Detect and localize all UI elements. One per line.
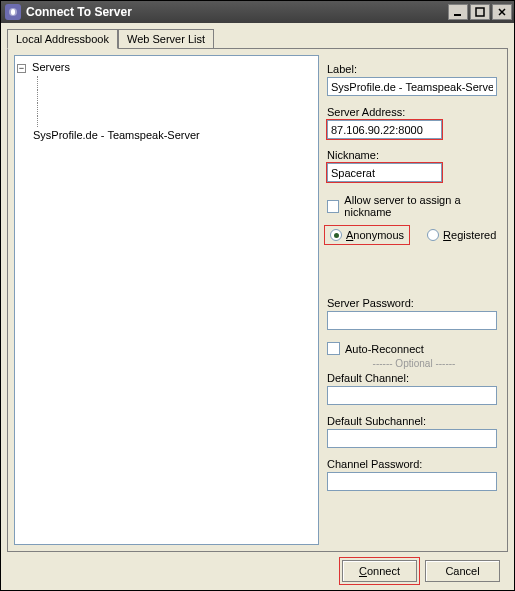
tab-local-addressbook[interactable]: Local Addressbook: [7, 29, 118, 49]
nickname-input[interactable]: [327, 163, 442, 182]
server-password-input[interactable]: [327, 311, 497, 330]
client-area: Local Addressbook Web Server List − Serv…: [1, 23, 514, 590]
svg-rect-1: [11, 9, 15, 15]
registered-label: Registered: [443, 229, 496, 241]
channel-pw-caption: Channel Password:: [327, 458, 501, 470]
auto-reconnect-row[interactable]: Auto-Reconnect: [327, 342, 501, 355]
titlebar[interactable]: Connect To Server: [1, 1, 514, 23]
default-channel-caption: Default Channel:: [327, 372, 501, 384]
tree-root[interactable]: − Servers: [17, 59, 316, 75]
checkbox-icon[interactable]: [327, 200, 339, 213]
window-title: Connect To Server: [26, 5, 132, 19]
checkbox-icon[interactable]: [327, 342, 340, 355]
tabstrip: Local Addressbook Web Server List: [7, 29, 508, 49]
close-button[interactable]: [492, 4, 512, 20]
address-caption: Server Address:: [327, 106, 501, 118]
default-subchannel-input[interactable]: [327, 429, 497, 448]
tree-root-label: Servers: [32, 61, 70, 73]
connection-form: Label: Server Address: Nickname: Allow s…: [319, 55, 501, 545]
radio-icon[interactable]: [330, 229, 342, 241]
server-tree[interactable]: − Servers SysProfile.de - Teamspeak-Serv…: [14, 55, 319, 545]
window-frame: Connect To Server Local Addressbook Web …: [0, 0, 515, 591]
button-row: Connect Cancel: [7, 552, 508, 582]
svg-rect-3: [476, 8, 484, 16]
radio-icon[interactable]: [427, 229, 439, 241]
allow-assign-row[interactable]: Allow server to assign a nickname: [327, 194, 501, 218]
default-channel-input[interactable]: [327, 386, 497, 405]
label-caption: Label:: [327, 63, 501, 75]
label-input[interactable]: [327, 77, 497, 96]
nickname-caption: Nickname:: [327, 149, 501, 161]
tree-item-label: SysProfile.de - Teamspeak-Server: [33, 129, 200, 141]
anonymous-option[interactable]: Anonymous: [327, 228, 407, 242]
content-panel: − Servers SysProfile.de - Teamspeak-Serv…: [7, 48, 508, 552]
allow-assign-label: Allow server to assign a nickname: [344, 194, 501, 218]
collapse-icon[interactable]: −: [17, 64, 26, 73]
auto-reconnect-label: Auto-Reconnect: [345, 343, 424, 355]
tab-web-server-list[interactable]: Web Server List: [118, 29, 214, 49]
server-pw-caption: Server Password:: [327, 297, 501, 309]
cancel-button[interactable]: Cancel: [425, 560, 500, 582]
svg-rect-2: [454, 14, 461, 16]
maximize-button[interactable]: [470, 4, 490, 20]
minimize-button[interactable]: [448, 4, 468, 20]
anonymous-label: Anonymous: [346, 229, 404, 241]
optional-divider: ------ Optional ------: [327, 358, 501, 369]
channel-password-input[interactable]: [327, 472, 497, 491]
connect-button[interactable]: Connect: [342, 560, 417, 582]
server-address-input[interactable]: [327, 120, 442, 139]
app-icon: [5, 4, 21, 20]
tree-item[interactable]: SysProfile.de - Teamspeak-Server: [33, 127, 316, 143]
registered-option[interactable]: Registered: [427, 229, 496, 241]
default-subchannel-caption: Default Subchannel:: [327, 415, 501, 427]
